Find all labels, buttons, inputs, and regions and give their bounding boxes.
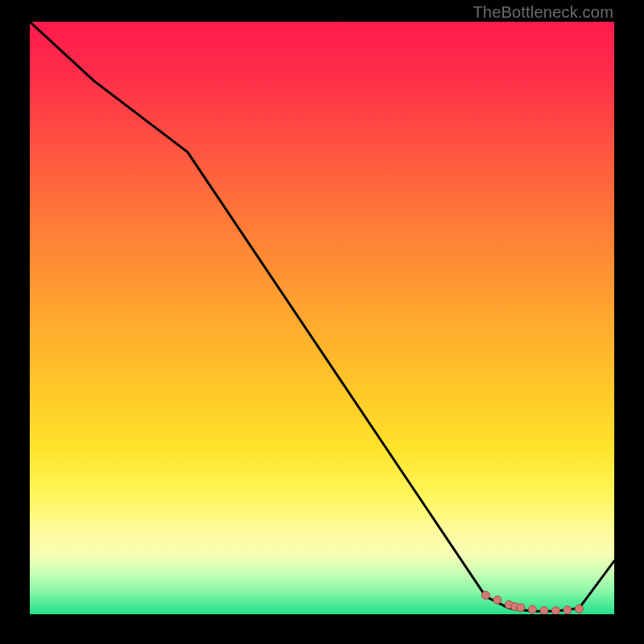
- chart-marker-dot: [564, 606, 572, 614]
- chart-marker-dot: [575, 605, 583, 613]
- chart-line-series: [30, 22, 614, 611]
- chart-marker-dot: [517, 604, 525, 612]
- chart-marker-dot: [551, 607, 559, 614]
- chart-marker-dot: [481, 591, 489, 599]
- chart-marker-dot: [540, 607, 548, 614]
- chart-markers: [481, 591, 583, 614]
- chart-plot-area: [30, 22, 614, 614]
- chart-marker-dot: [493, 596, 502, 604]
- chart-overlay-svg: [30, 22, 614, 614]
- chart-marker-dot: [528, 605, 536, 613]
- attribution-text: TheBottleneck.com: [473, 3, 613, 22]
